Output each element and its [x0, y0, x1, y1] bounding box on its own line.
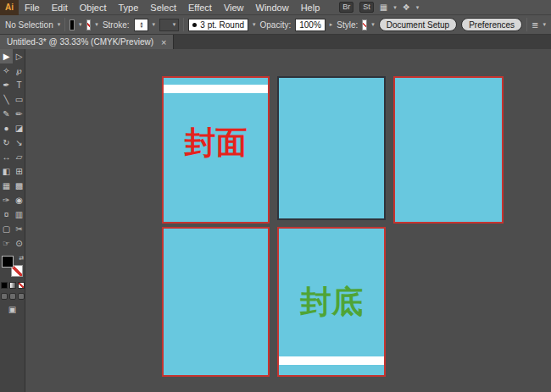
opacity-panel-arrow-icon[interactable]: ▸	[330, 21, 333, 28]
stroke-stepper-icon[interactable]: ▲▼	[140, 21, 144, 28]
rotate-tool[interactable]: ↻	[0, 135, 13, 150]
menu-select[interactable]: Select	[144, 0, 182, 14]
align-panel-icon[interactable]: ≣	[532, 20, 538, 30]
hand-tool[interactable]: ☞	[0, 236, 13, 251]
close-tab-icon[interactable]: ×	[161, 37, 166, 47]
style-label: Style:	[337, 20, 358, 30]
white-stripe[interactable]	[279, 356, 384, 365]
lasso-tool[interactable]: ℘	[13, 63, 25, 78]
workspace-icon[interactable]: ❖	[403, 3, 410, 12]
pencil-tool[interactable]: ✏	[13, 107, 25, 121]
type-tool[interactable]: T	[13, 78, 25, 92]
stock-button[interactable]: St	[359, 2, 374, 13]
fill-color-chip[interactable]	[2, 256, 14, 268]
menu-effect[interactable]: Effect	[182, 0, 218, 14]
tools-panel: ▶ ▷ ✧ ℘ ✒ T ╲ ▭ ✎ ✏ ● ◪ ↻ ↘ ↔ ▱ ◧ ⊞ ▦ ▩ …	[0, 49, 25, 392]
app-logo-icon: Ai	[0, 0, 19, 15]
gradient-tool[interactable]: ▩	[13, 179, 25, 193]
selection-status-chevron-icon[interactable]: ▾	[58, 21, 61, 28]
brush-definition-value: 3 pt. Round	[200, 20, 244, 30]
white-stripe[interactable]	[164, 85, 268, 93]
zoom-tool[interactable]: ⊙	[13, 236, 25, 251]
preferences-button[interactable]: Preferences	[461, 18, 522, 31]
blend-tool[interactable]: ◉	[13, 193, 25, 207]
arrange-documents-chevron-icon[interactable]: ▾	[393, 4, 397, 11]
eraser-tool[interactable]: ◪	[13, 121, 25, 135]
bridge-button[interactable]: Br	[339, 2, 353, 13]
cover-back-label[interactable]: 封底	[279, 281, 384, 323]
workspace-chevron-icon[interactable]: ▾	[416, 4, 420, 11]
app-bar-icons: Br St ▦ ▾ ❖ ▾	[339, 2, 419, 13]
document-tab[interactable]: Untitled-3* @ 33.33% (CMYK/Preview) ×	[0, 35, 174, 49]
eyedropper-tool[interactable]: ✑	[0, 193, 13, 207]
menu-view[interactable]: View	[218, 0, 250, 14]
tool-grid: ▶ ▷ ✧ ℘ ✒ T ╲ ▭ ✎ ✏ ● ◪ ↻ ↘ ↔ ▱ ◧ ⊞ ▦ ▩ …	[0, 49, 25, 251]
screen-mode-button[interactable]: ▣	[0, 305, 25, 314]
menu-object[interactable]: Object	[74, 0, 113, 14]
document-tab-title: Untitled-3* @ 33.33% (CMYK/Preview)	[7, 37, 153, 47]
stroke-weight-chevron-icon[interactable]: ▾	[153, 21, 156, 28]
selection-tool[interactable]: ▶	[0, 49, 13, 63]
brush-definition-dropdown[interactable]: 3 pt. Round	[188, 19, 248, 31]
color-button[interactable]	[1, 282, 8, 289]
fill-stroke-indicator: ⇄	[1, 255, 24, 278]
draw-behind-button[interactable]	[9, 293, 16, 300]
artboard-cover-front[interactable]: 封面	[162, 76, 270, 224]
scale-tool[interactable]: ↘	[13, 135, 25, 150]
brush-preview-icon	[192, 23, 197, 27]
divider	[64, 18, 65, 31]
swap-fill-stroke-icon[interactable]: ⇄	[19, 255, 24, 262]
menu-file[interactable]: File	[19, 0, 46, 14]
gradient-button[interactable]	[9, 282, 16, 289]
draw-normal-button[interactable]	[1, 293, 8, 300]
menu-help[interactable]: Help	[295, 0, 326, 14]
variable-width-profile-dropdown[interactable]: ▾	[159, 19, 179, 31]
cover-front-label[interactable]: 封面	[164, 122, 268, 164]
artboard-top-right[interactable]	[393, 76, 504, 224]
stroke-color-chevron-icon[interactable]: ▾	[95, 21, 98, 28]
stroke-color-swatch[interactable]	[86, 19, 92, 30]
artboard-tool[interactable]: ▢	[0, 222, 13, 236]
line-segment-tool[interactable]: ╲	[0, 92, 13, 107]
direct-selection-tool[interactable]: ▷	[13, 49, 25, 63]
document-setup-button[interactable]: Document Setup	[379, 18, 458, 31]
fill-color-chevron-icon[interactable]: ▾	[79, 21, 82, 28]
align-panel-chevron-icon[interactable]: ▾	[543, 21, 546, 28]
magic-wand-tool[interactable]: ✧	[0, 63, 13, 78]
arrange-documents-icon[interactable]: ▦	[380, 3, 387, 12]
canvas[interactable]: 封面 封底	[25, 49, 551, 392]
menu-edit[interactable]: Edit	[46, 0, 74, 14]
document-tab-bar: Untitled-3* @ 33.33% (CMYK/Preview) ×	[0, 35, 551, 49]
mesh-tool[interactable]: ▦	[0, 179, 13, 193]
artboard-cover-back[interactable]: 封底	[277, 227, 386, 377]
width-tool[interactable]: ↔	[0, 150, 13, 164]
divider	[526, 18, 527, 31]
brush-definition-chevron-icon[interactable]: ▾	[253, 21, 256, 28]
style-swatch[interactable]	[362, 19, 367, 30]
blob-brush-tool[interactable]: ●	[0, 121, 13, 135]
artboard-top-middle[interactable]	[277, 76, 386, 220]
style-chevron-icon[interactable]: ▾	[371, 21, 375, 28]
fill-color-swatch[interactable]	[70, 19, 75, 30]
stroke-weight-input[interactable]: ▲▼	[134, 19, 148, 31]
column-graph-tool[interactable]: ▥	[13, 207, 25, 222]
shape-builder-tool[interactable]: ◧	[0, 164, 13, 179]
opacity-label: Opacity:	[260, 20, 292, 30]
rectangle-tool[interactable]: ▭	[13, 92, 25, 107]
draw-inside-button[interactable]	[18, 293, 25, 300]
menu-type[interactable]: Type	[113, 0, 145, 14]
stroke-weight-label: Stroke:	[103, 20, 130, 30]
menu-window[interactable]: Window	[250, 0, 295, 14]
slice-tool[interactable]: ✂	[13, 222, 25, 236]
opacity-input[interactable]: 100%	[295, 19, 326, 31]
free-transform-tool[interactable]: ▱	[13, 150, 25, 164]
paintbrush-tool[interactable]: ✎	[0, 107, 13, 121]
drawing-mode-buttons	[0, 293, 25, 300]
perspective-grid-tool[interactable]: ⊞	[13, 164, 25, 179]
symbol-sprayer-tool[interactable]: ¤	[0, 207, 13, 222]
menu-bar: Ai File Edit Object Type Select Effect V…	[0, 0, 551, 15]
artboard-bottom-left[interactable]	[162, 227, 270, 377]
divider	[183, 18, 184, 31]
pen-tool[interactable]: ✒	[0, 78, 13, 92]
none-button[interactable]	[18, 282, 25, 289]
